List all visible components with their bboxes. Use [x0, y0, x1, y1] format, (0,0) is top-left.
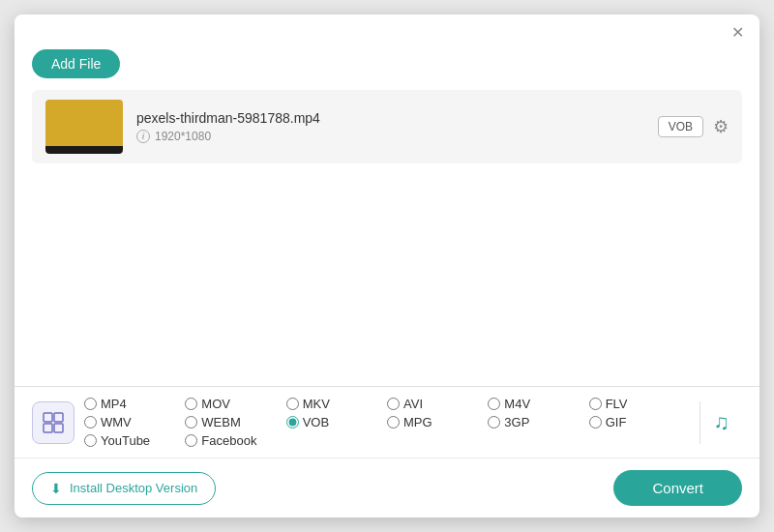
radio-vob[interactable]	[286, 416, 299, 429]
format-vob[interactable]: VOB	[286, 415, 387, 429]
audio-format-icon[interactable]: ♫	[700, 401, 742, 444]
radio-webm[interactable]	[185, 416, 197, 429]
format-mov[interactable]: MOV	[185, 397, 285, 411]
close-button[interactable]: ✕	[729, 24, 746, 42]
radio-mp4[interactable]	[84, 398, 97, 410]
radio-mpg[interactable]	[387, 416, 400, 429]
radio-facebook[interactable]	[185, 434, 197, 447]
svg-rect-3	[54, 424, 63, 432]
radio-avi[interactable]	[387, 398, 400, 410]
svg-rect-2	[44, 424, 52, 432]
label-facebook: Facebook	[201, 433, 256, 448]
format-webm[interactable]: WEBM	[185, 415, 285, 429]
grid-icon	[42, 411, 65, 434]
install-button[interactable]: ⬇ Install Desktop Version	[32, 472, 216, 505]
download-icon: ⬇	[50, 481, 62, 496]
radio-wmv[interactable]	[84, 416, 97, 429]
file-item: pexels-thirdman-5981788.mp4 i 1920*1080 …	[32, 90, 742, 163]
label-gif: GIF	[606, 415, 627, 429]
label-m4v: M4V	[504, 397, 530, 411]
label-youtube: YouTube	[101, 433, 150, 448]
format-wmv[interactable]: WMV	[84, 415, 185, 429]
label-avi: AVI	[403, 397, 423, 411]
format-facebook[interactable]: Facebook	[185, 433, 285, 448]
radio-m4v[interactable]	[488, 398, 500, 410]
add-file-button[interactable]: Add File	[32, 49, 120, 78]
convert-button[interactable]: Convert	[613, 470, 742, 506]
radio-3gp[interactable]	[488, 416, 500, 429]
label-wmv: WMV	[101, 415, 132, 429]
file-actions: VOB ⚙	[658, 116, 729, 137]
radio-gif[interactable]	[589, 416, 602, 429]
format-mkv[interactable]: MKV	[286, 397, 387, 411]
video-format-icon[interactable]	[32, 401, 74, 444]
format-section: MP4 MOV MKV AVI M4V FLV	[15, 386, 759, 458]
format-flv[interactable]: FLV	[589, 397, 690, 411]
label-webm: WEBM	[201, 415, 240, 429]
label-mpg: MPG	[403, 415, 432, 429]
format-options: MP4 MOV MKV AVI M4V FLV	[84, 397, 690, 448]
format-badge: VOB	[658, 116, 703, 137]
radio-flv[interactable]	[589, 398, 602, 410]
music-note-icon: ♫	[713, 410, 729, 435]
close-icon: ✕	[731, 24, 744, 42]
label-flv: FLV	[606, 397, 628, 411]
file-info: pexels-thirdman-5981788.mp4 i 1920*1080	[136, 110, 644, 143]
main-window: ✕ Add File pexels-thirdman-5981788.mp4 i…	[15, 15, 759, 517]
radio-mkv[interactable]	[286, 398, 299, 410]
label-mp4: MP4	[101, 397, 127, 411]
format-3gp[interactable]: 3GP	[488, 415, 588, 429]
title-bar: ✕	[15, 15, 759, 42]
svg-rect-1	[54, 413, 63, 422]
format-avi[interactable]: AVI	[387, 397, 488, 411]
label-mkv: MKV	[303, 397, 330, 411]
format-youtube[interactable]: YouTube	[84, 433, 185, 448]
radio-mov[interactable]	[185, 398, 197, 410]
format-mp4[interactable]: MP4	[84, 397, 185, 411]
toolbar: Add File	[15, 42, 759, 90]
format-mpg[interactable]: MPG	[387, 415, 488, 429]
file-meta: i 1920*1080	[136, 130, 644, 143]
label-3gp: 3GP	[504, 415, 529, 429]
settings-icon[interactable]: ⚙	[713, 116, 729, 137]
info-icon: i	[136, 130, 150, 143]
bottom-bar: ⬇ Install Desktop Version Convert	[15, 458, 759, 517]
radio-youtube[interactable]	[84, 434, 97, 447]
label-vob: VOB	[303, 415, 329, 429]
format-gif[interactable]: GIF	[589, 415, 690, 429]
install-label: Install Desktop Version	[70, 481, 197, 495]
file-resolution: 1920*1080	[155, 130, 211, 143]
label-mov: MOV	[201, 397, 230, 411]
file-name: pexels-thirdman-5981788.mp4	[136, 110, 644, 126]
file-thumbnail	[45, 100, 123, 154]
content-area: pexels-thirdman-5981788.mp4 i 1920*1080 …	[15, 90, 759, 386]
format-m4v[interactable]: M4V	[488, 397, 588, 411]
svg-rect-0	[44, 413, 52, 422]
